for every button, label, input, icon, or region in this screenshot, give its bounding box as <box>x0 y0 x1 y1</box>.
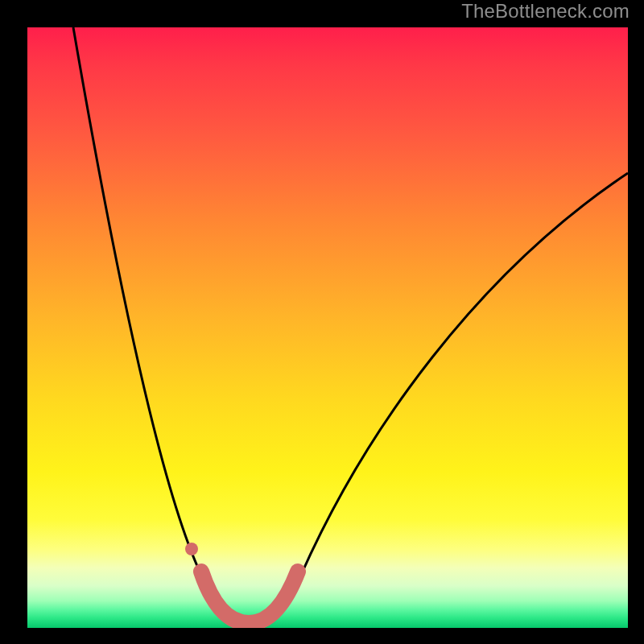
optimal-dot <box>185 543 198 555</box>
plot-area <box>27 27 628 628</box>
watermark-text: TheBottleneck.com <box>461 0 630 23</box>
chart-frame: TheBottleneck.com <box>0 0 644 644</box>
curve-layer <box>27 27 628 628</box>
bottleneck-curve <box>73 27 628 627</box>
optimal-band <box>201 572 298 623</box>
